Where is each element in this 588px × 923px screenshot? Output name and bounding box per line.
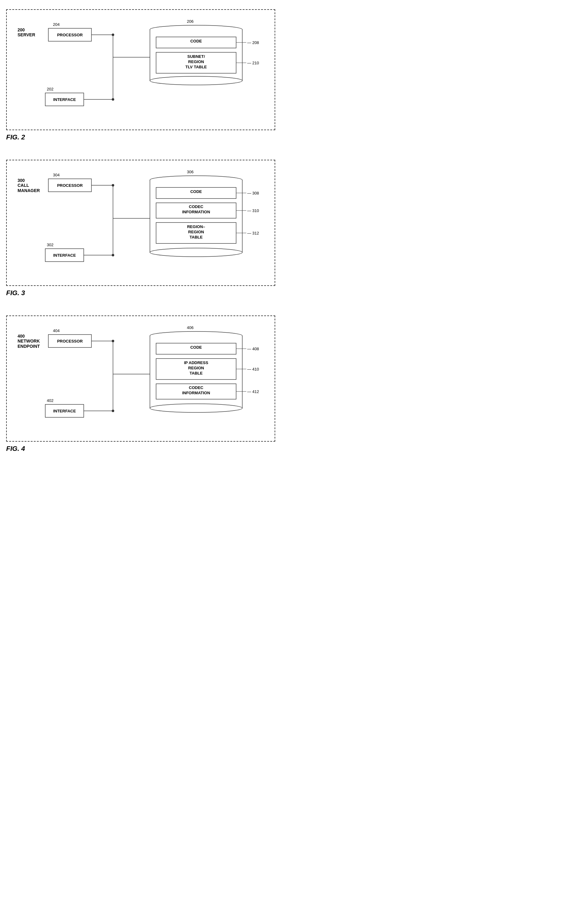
fig3-db-item-text-1-1: INFORMATION xyxy=(182,210,210,214)
fig2-interface-label: INTERFACE xyxy=(53,97,76,102)
fig3-db-item-ref-1: — 310 xyxy=(247,209,259,213)
fig3-interface-ref: 302 xyxy=(47,243,54,247)
fig4-db-item-text-2-1: INFORMATION xyxy=(182,391,210,395)
fig2-interface-ref: 202 xyxy=(47,87,54,91)
fig4-db-item-text-1-1: REGION xyxy=(188,366,204,370)
fig3-interface-label: INTERFACE xyxy=(53,253,76,258)
fig2-db-item-text-1-1: REGION xyxy=(188,59,204,64)
fig4-iface-junction xyxy=(112,410,114,412)
fig3-cyl-bottom xyxy=(150,248,242,257)
fig2-processor-ref: 204 xyxy=(53,22,60,27)
fig4-proc-junction xyxy=(112,340,114,342)
fig3-db-item-text-2-1: REGION xyxy=(188,230,204,234)
fig4-interface-ref: 402 xyxy=(47,398,54,403)
fig3-db-ref: 306 xyxy=(187,169,194,174)
fig4-dashed-box: 400NETWORKENDPOINT404PROCESSOR402INTERFA… xyxy=(6,315,275,442)
fig3-processor-ref: 304 xyxy=(53,172,60,177)
figure-fig2: 200SERVER204PROCESSOR202INTERFACE206CODE… xyxy=(6,6,288,148)
fig3-diagram-svg: 300CALLMANAGER304PROCESSOR302INTERFACE30… xyxy=(15,169,267,276)
fig2-iface-junction xyxy=(112,98,114,101)
fig2-processor-label: PROCESSOR xyxy=(57,33,83,37)
fig4-label: FIG. 4 xyxy=(6,445,34,456)
fig3-proc-junction xyxy=(112,184,114,187)
fig2-device-ref: 200 xyxy=(18,27,25,32)
fig3-db-item-text-1-0: CODEC xyxy=(189,204,204,209)
fig3-device-name: MANAGER xyxy=(18,188,40,193)
fig2-label: FIG. 2 xyxy=(6,133,34,145)
fig3-label: FIG. 3 xyxy=(6,289,34,300)
fig2-device-name: SERVER xyxy=(18,32,35,37)
fig2-db-item-text-0-0: CODE xyxy=(190,39,202,43)
fig4-device-name: NETWORK xyxy=(18,338,40,343)
fig4-db-item-text-2-0: CODEC xyxy=(189,385,204,390)
fig4-device-name: ENDPOINT xyxy=(18,344,40,349)
fig2-diagram-svg: 200SERVER204PROCESSOR202INTERFACE206CODE… xyxy=(15,19,267,121)
fig3-processor-label: PROCESSOR xyxy=(57,183,83,188)
fig4-db-item-ref-2: — 412 xyxy=(247,389,259,394)
fig4-diagram-svg: 400NETWORKENDPOINT404PROCESSOR402INTERFA… xyxy=(15,325,267,432)
fig4-processor-ref: 404 xyxy=(53,328,60,333)
fig2-db-item-text-1-2: TLV TABLE xyxy=(185,65,207,69)
figure-fig4: 400NETWORKENDPOINT404PROCESSOR402INTERFA… xyxy=(6,312,288,459)
fig4-processor-label: PROCESSOR xyxy=(57,339,83,343)
fig4-db-item-ref-0: — 408 xyxy=(247,347,259,351)
fig4-db-item-text-1-0: IP ADDRESS xyxy=(184,360,209,365)
fig3-db-item-text-0-0: CODE xyxy=(190,189,202,194)
fig3-iface-junction xyxy=(112,254,114,256)
fig3-db-item-ref-0: — 308 xyxy=(247,191,259,195)
fig2-cyl-bottom xyxy=(150,76,242,85)
fig2-db-ref: 206 xyxy=(187,19,194,24)
fig2-proc-junction xyxy=(112,34,114,36)
fig3-db-item-text-2-2: TABLE xyxy=(190,235,203,240)
fig2-db-item-ref-1: — 210 xyxy=(247,61,259,65)
fig4-db-item-ref-1: — 410 xyxy=(247,367,259,371)
fig3-db-item-ref-2: — 312 xyxy=(247,231,259,235)
fig4-device-ref: 400 xyxy=(18,333,25,338)
fig3-device-name: CALL xyxy=(18,183,29,188)
fig4-db-ref: 406 xyxy=(187,325,194,330)
fig4-cyl-bottom xyxy=(150,404,242,412)
fig4-db-item-text-0-0: CODE xyxy=(190,345,202,350)
fig2-dashed-box: 200SERVER204PROCESSOR202INTERFACE206CODE… xyxy=(6,9,275,130)
fig4-db-item-text-1-2: TABLE xyxy=(190,371,203,376)
page: 200SERVER204PROCESSOR202INTERFACE206CODE… xyxy=(6,6,288,459)
fig3-dashed-box: 300CALLMANAGER304PROCESSOR302INTERFACE30… xyxy=(6,160,275,286)
fig2-db-item-text-1-0: SUBNET/ xyxy=(187,54,205,59)
fig3-device-ref: 300 xyxy=(18,178,25,183)
fig3-db-item-text-2-0: REGION– xyxy=(187,224,205,229)
figure-fig3: 300CALLMANAGER304PROCESSOR302INTERFACE30… xyxy=(6,157,288,303)
fig4-interface-label: INTERFACE xyxy=(53,409,76,413)
fig2-db-item-ref-0: — 208 xyxy=(247,40,259,45)
